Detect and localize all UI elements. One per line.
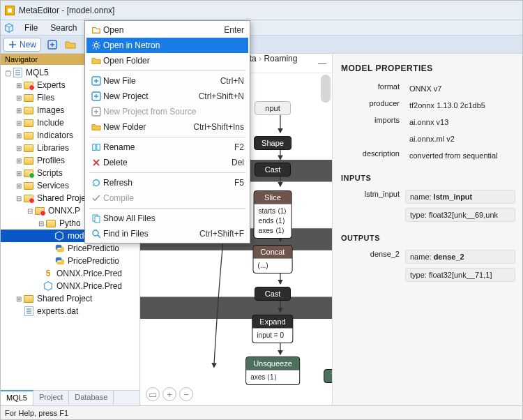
delete-icon: [89, 158, 103, 167]
menu-new-project-from-source: New Project from Source: [86, 104, 248, 119]
open-icon: [89, 25, 103, 35]
svg-point-9: [93, 230, 98, 236]
menu-open-in-netron[interactable]: Open in Netron: [86, 38, 248, 53]
menu-separator: [89, 137, 245, 137]
menu-find-in-files[interactable]: Find in FilesCtrl+Shift+F: [86, 226, 248, 241]
graph-zoom-controls: ▭ + −: [146, 387, 193, 401]
files-icon: [89, 213, 103, 223]
tree-file[interactable]: 5ONNX.Price.Pred: [1, 267, 139, 280]
menubar: File Search: [1, 20, 522, 36]
tab-database[interactable]: Database: [69, 391, 114, 405]
menu-search[interactable]: Search: [45, 22, 82, 34]
tree-experts-dat[interactable]: · experts.dat: [1, 305, 139, 317]
menu-rename[interactable]: RenameF2: [86, 140, 248, 155]
breadcrumb-item[interactable]: Roaming: [264, 54, 297, 63]
graph-node-nput[interactable]: nput: [255, 101, 291, 115]
tree-file[interactable]: ONNX.Price.Pred: [1, 280, 139, 292]
menu-show-all-files[interactable]: Show All Files: [86, 211, 248, 226]
toolbar: New: [1, 36, 522, 54]
menu-refresh[interactable]: RefreshF5: [86, 175, 248, 190]
graph-node-unsq[interactable]: Unsqueezeaxes ⟨1⟩: [245, 357, 300, 385]
output-type-box: type: float32[unk__71,1]: [405, 268, 515, 282]
rename-icon: [89, 142, 103, 152]
menu-separator: [89, 70, 245, 71]
python-icon: [54, 256, 65, 266]
new-button[interactable]: New: [3, 38, 41, 52]
graph-node-expand[interactable]: Expandinput = 0: [252, 315, 293, 343]
minimize-icon[interactable]: —: [318, 59, 326, 68]
new-blank-icon[interactable]: [45, 38, 59, 52]
menu-open-folder[interactable]: Open Folder: [86, 53, 248, 68]
layout-icon[interactable]: ▭: [146, 387, 160, 401]
cube-icon: [3, 22, 15, 33]
open-folder-icon[interactable]: [63, 38, 77, 52]
props-header: MODEL PROPERTIES: [341, 63, 514, 73]
status-text: For Help, press F1: [5, 409, 68, 417]
new-button-label: New: [20, 40, 36, 50]
menu-new-file[interactable]: New FileCtrl+N: [86, 73, 248, 89]
svg-rect-5: [93, 144, 96, 151]
menu-separator: [89, 208, 245, 209]
menu-new-folder[interactable]: New FolderCtrl+Shift+Ins: [86, 119, 248, 135]
graph-node-slice[interactable]: Slicestarts ⟨1⟩ends ⟨1⟩axes ⟨1⟩: [254, 190, 292, 239]
gear-icon: [89, 40, 103, 50]
python-icon: [54, 243, 65, 253]
folder-icon: [89, 56, 103, 66]
tab-mql5[interactable]: MQL5: [1, 390, 33, 405]
zoom-out-icon[interactable]: −: [179, 387, 193, 401]
graph-node-cast2[interactable]: Cast: [255, 287, 291, 301]
menu-separator: [89, 172, 245, 173]
app-logo-icon: [5, 6, 15, 15]
properties-pane: MODEL PROPERTIES formatONNX v7 producert…: [333, 54, 522, 405]
scrollbar[interactable]: [321, 75, 331, 103]
check-icon: [89, 193, 103, 203]
window-title: MetaEditor - [model.onnx]: [19, 6, 114, 15]
plus-icon: [89, 91, 103, 101]
plus-icon: [89, 107, 103, 117]
tree-file[interactable]: PricePredictio: [1, 242, 139, 255]
outputs-header: OUTPUTS: [341, 234, 514, 242]
navigator-tabs: MQL5 Project Database: [1, 390, 139, 405]
menu-open[interactable]: OpenEnter: [86, 22, 248, 38]
graph-node-cast1[interactable]: Cast: [255, 163, 291, 177]
svg-point-1: [94, 43, 98, 47]
svg-rect-8: [95, 216, 100, 223]
five-icon: 5: [43, 269, 54, 278]
graph-node-transp[interactable]: Transpose: [324, 369, 333, 383]
inputs-header: INPUTS: [341, 174, 514, 182]
onnx-icon: [43, 281, 54, 291]
refresh-icon: [89, 178, 103, 188]
tree-root-label: MQL5: [26, 68, 49, 77]
input-name-box: name: lstm_input: [405, 190, 515, 204]
zoom-in-icon[interactable]: +: [162, 387, 176, 401]
svg-rect-6: [97, 144, 100, 151]
graph-node-shape[interactable]: Shape: [254, 136, 291, 150]
menu-new-project[interactable]: New ProjectCtrl+Shift+N: [86, 89, 248, 104]
plus-icon: [89, 76, 103, 86]
output-name-box: name: dense_2: [405, 250, 515, 264]
menu-file[interactable]: File: [19, 22, 43, 34]
tree-shared-project-folder[interactable]: ⊞ Shared Project: [1, 292, 139, 305]
menu-delete[interactable]: DeleteDel: [86, 155, 248, 170]
search-icon: [89, 229, 103, 239]
titlebar: MetaEditor - [model.onnx]: [1, 1, 522, 20]
tab-project[interactable]: Project: [33, 391, 69, 405]
context-menu: OpenEnterOpen in NetronOpen FolderNew Fi…: [84, 20, 250, 243]
onnx-icon: [54, 231, 65, 241]
statusbar: For Help, press F1: [1, 405, 522, 419]
tree-file[interactable]: PricePredictio: [1, 255, 139, 267]
folder-icon: [89, 122, 103, 132]
menu-compile: Compile: [86, 190, 248, 206]
graph-node-concat[interactable]: Concat(...): [253, 245, 293, 273]
input-type-box: type: float32[unk__69,unk: [405, 208, 515, 222]
